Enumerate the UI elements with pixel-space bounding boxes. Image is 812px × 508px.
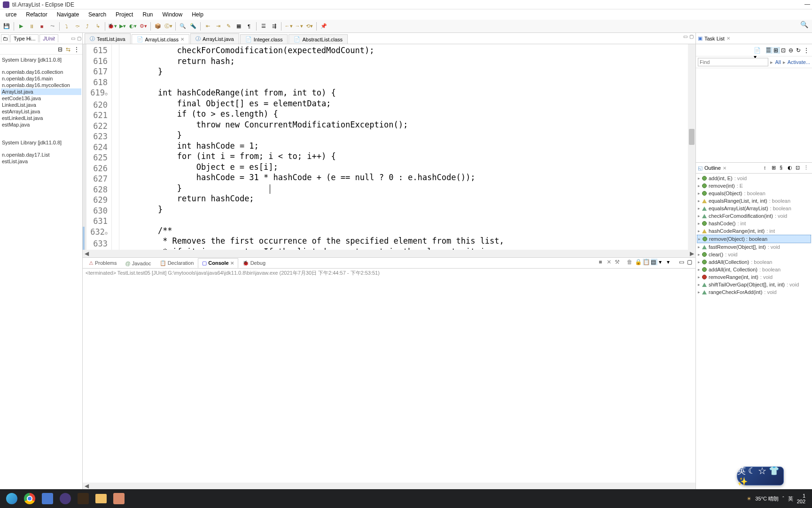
app7-icon[interactable]	[110, 490, 128, 508]
close-icon[interactable]: ✕	[726, 36, 730, 41]
outline-sort-icon[interactable]: ↕	[764, 165, 770, 171]
schedule-icon[interactable]: ⊞	[773, 47, 780, 54]
console-hscroll[interactable]: ◀	[83, 483, 695, 489]
view-maximize-icon[interactable]: ▢	[77, 36, 81, 41]
code-editor[interactable]: 615616617618619⊖620621622623624625626627…	[83, 44, 695, 250]
gimp-icon[interactable]	[74, 490, 92, 508]
outline-item[interactable]: ▸remove(Object) : boolean	[697, 235, 811, 243]
tree-file[interactable]: estLinkedList.java	[1, 115, 81, 121]
new-package-icon[interactable]: 📦	[153, 22, 163, 31]
view-minimize-icon[interactable]: ▭	[71, 36, 75, 41]
editor-tab-abstractlist[interactable]: 📄AbstractList.class	[289, 34, 348, 44]
junit-tab[interactable]: JUnit	[39, 34, 58, 42]
pin-icon[interactable]: 📌	[319, 22, 328, 31]
console-display-icon[interactable]: ▤	[651, 259, 657, 265]
tree-package[interactable]: n.openlab.day16.mycollection	[1, 82, 81, 88]
explorer-icon[interactable]	[92, 490, 110, 508]
step-return-icon[interactable]: ⤴	[83, 22, 92, 31]
ext-run-icon[interactable]: ⚙▾	[139, 22, 148, 31]
outline-item[interactable]: ▸equals(Object) : boolean	[697, 190, 811, 197]
close-icon[interactable]: ✕	[180, 37, 184, 42]
view-minimize-icon[interactable]: ▭	[679, 259, 686, 265]
task-activate-link[interactable]: Activate...	[788, 59, 810, 65]
outline-item[interactable]: ▸shiftTailOverGap(Object[], int, int) : …	[697, 281, 811, 288]
menu-window[interactable]: Window	[157, 10, 187, 19]
tree-package[interactable]: n.openlab.day17.List	[1, 151, 81, 158]
editor-tab-testlist[interactable]: ⒿTestList.java	[85, 33, 131, 44]
minimize-button[interactable]: —	[804, 1, 810, 8]
menu-source[interactable]: urce	[1, 10, 21, 19]
package-explorer-tab[interactable]: 🗀	[1, 34, 9, 42]
editor-maximize-icon[interactable]: ▢	[689, 34, 694, 39]
tree-file[interactable]: estMap.java	[1, 121, 81, 128]
weather-text[interactable]: 35°C 晴朗	[755, 495, 779, 502]
outline-item[interactable]: ▸fastRemove(Object[], int) : void	[697, 243, 811, 251]
skip-bp-icon[interactable]: ⇶	[269, 22, 279, 31]
console-removeall-icon[interactable]: ⚒	[615, 259, 621, 265]
collapse-all-icon[interactable]: ⊟	[58, 46, 64, 53]
tree-file-arraylist[interactable]: ArrayList.java	[1, 88, 81, 95]
up-icon[interactable]: ⟲▾	[304, 22, 314, 31]
tree-package[interactable]: n.openlab.day16.collection	[1, 69, 81, 75]
menu-help[interactable]: Help	[187, 10, 208, 19]
console-new-icon[interactable]: ▾	[667, 259, 673, 265]
debug-resume-icon[interactable]: ▶	[16, 22, 26, 31]
back-icon[interactable]: ←▾	[284, 22, 293, 31]
problems-tab[interactable]: ⚠Problems	[85, 258, 121, 268]
vertical-scrollbar[interactable]	[688, 44, 695, 250]
tree-file[interactable]: estList.java	[1, 158, 81, 165]
outline-local-icon[interactable]: ⊡	[796, 165, 802, 171]
search-icon[interactable]: 🔦	[188, 22, 198, 31]
debug-tab[interactable]: 🐞Debug	[238, 258, 270, 268]
outline-nonpublic-icon[interactable]: ◐	[788, 165, 794, 171]
coverage-dropdown-icon[interactable]: ◐▾	[128, 22, 138, 31]
new-class-icon[interactable]: Ⓒ▾	[164, 22, 173, 31]
menu-navigate[interactable]: Navigate	[52, 10, 84, 19]
save-icon[interactable]: 💾	[2, 22, 11, 31]
scroll-left-icon[interactable]: ◀	[83, 250, 90, 257]
step-filter-icon[interactable]: ↳	[93, 22, 102, 31]
tree-file[interactable]: estArrayList.java	[1, 108, 81, 115]
debug-disconnect-icon[interactable]: ⤳	[47, 22, 57, 31]
toggle-mark-icon[interactable]: ✎	[224, 22, 233, 31]
console-output[interactable]	[83, 278, 695, 483]
scroll-right-icon[interactable]: ▶	[688, 250, 695, 257]
close-icon[interactable]: ✕	[723, 166, 726, 171]
outline-item[interactable]: ▸clear() : void	[697, 251, 811, 258]
outline-item[interactable]: ▸addAll(int, Collection) : boolean	[697, 266, 811, 273]
floating-badge[interactable]: 英 ☾ ☆ 👕 ✨	[737, 467, 784, 485]
ime-indicator[interactable]: 英	[788, 495, 793, 502]
quick-access-icon[interactable]: 🔍	[800, 21, 808, 28]
menu-run[interactable]: Run	[138, 10, 157, 19]
clock[interactable]: 1202	[797, 493, 805, 504]
tree-package[interactable]: n.openlab.day16.main	[1, 75, 81, 82]
task-find-input[interactable]	[698, 58, 768, 66]
filter-icon[interactable]: ⋮	[74, 46, 80, 53]
weather-icon[interactable]: ☀	[747, 496, 751, 502]
editor-minimize-icon[interactable]: ▭	[683, 34, 687, 39]
categorize-icon[interactable]: ☰	[766, 47, 773, 54]
outline-item[interactable]: ▸equalsRange(List, int, int) : boolean	[697, 197, 811, 205]
debug-stop-icon[interactable]: ■	[37, 22, 47, 31]
outline-item[interactable]: ▸hashCodeRange(int, int) : int	[697, 227, 811, 235]
sync-icon[interactable]: ↻	[796, 47, 803, 54]
outline-item[interactable]: ▸equalsArrayList(ArrayList) : boolean	[697, 205, 811, 212]
outline-fields-icon[interactable]: ⊞	[772, 165, 778, 171]
outline-item[interactable]: ▸addAll(Collection) : boolean	[697, 258, 811, 266]
menu-refactor[interactable]: Refactor	[21, 10, 52, 19]
console-lock-icon[interactable]: 🔒	[635, 259, 641, 265]
link-editor-icon[interactable]: ⇆	[66, 46, 72, 53]
console-tab[interactable]: ▢Console✕	[198, 258, 238, 268]
outline-static-icon[interactable]: §	[780, 165, 786, 171]
chrome-icon[interactable]	[21, 490, 39, 508]
debug-pause-icon[interactable]: ⏸	[27, 22, 36, 31]
outline-item[interactable]: ▸add(int, E) : void	[697, 175, 811, 182]
menu-project[interactable]: Project	[111, 10, 138, 19]
forward-icon[interactable]: →▾	[294, 22, 304, 31]
editor-tab-arraylist-java[interactable]: ⒿArrayList.java	[190, 33, 239, 44]
editor-tab-integer[interactable]: 📄Integer.class	[240, 34, 288, 44]
outline-item[interactable]: ▸remove(int) : E	[697, 182, 811, 190]
console-terminate-icon[interactable]: ■	[599, 259, 605, 265]
console-clear-icon[interactable]: 🗑	[627, 259, 633, 265]
filter-icon[interactable]: ☰	[259, 22, 268, 31]
